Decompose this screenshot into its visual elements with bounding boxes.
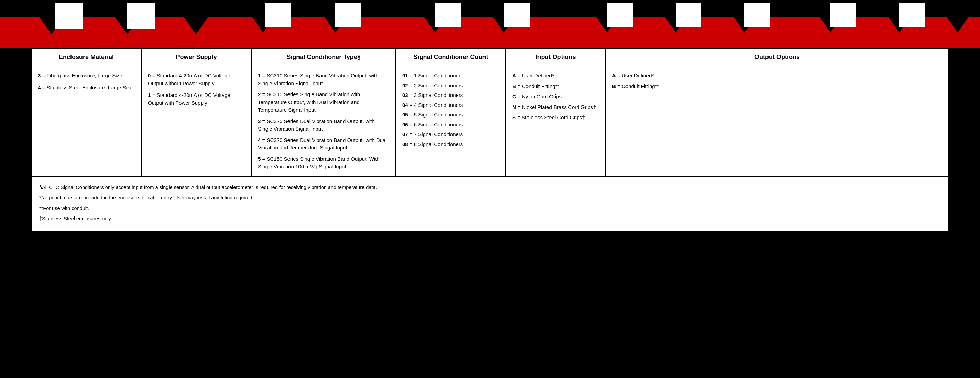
output-B: B = Conduit Fitting** (612, 83, 942, 91)
logo-rect-9 (745, 3, 770, 27)
cell-output: A = User Defined* B = Conduit Fitting** (606, 66, 948, 176)
logo-rect-5 (435, 3, 461, 27)
logo-rect-11 (899, 3, 925, 27)
logo-rect-7 (607, 3, 633, 27)
note-1: §All CTC Signal Conditioners only accept… (39, 183, 941, 192)
logo-rect-3 (265, 3, 291, 27)
logo-rect-4 (335, 3, 361, 27)
cell-power: 0 = Standard 4-20mA or DC Voltage Output… (142, 66, 252, 176)
power-item-0: 0 = Standard 4-20mA or DC Voltage Output… (148, 72, 245, 87)
signal-type-5: 5 = SC150 Series Single Vibration Band O… (258, 155, 389, 171)
triangle-13 (935, 0, 980, 33)
signal-type-1: 1 = SC310 Series Single Band Vibration O… (258, 72, 389, 87)
header-signal-type: Signal Conditioner Type§ (252, 49, 396, 66)
cell-signal-count: 01 = 1 Signal Conditioner 02 = 2 Signal … (396, 66, 506, 176)
count-08: 08 = 8 Signal Conditioners (402, 141, 499, 148)
enclosure-item-3: 3 = Fiberglass Enclosure, Large Size (38, 72, 135, 80)
signal-type-2: 2 = SC310 Series Single Band Vibration w… (258, 91, 389, 114)
enclosure-item-4: 4 = Stainless Steel Enclosure, Large Siz… (38, 84, 135, 92)
note-2: *No punch outs are provided in the enclo… (39, 194, 941, 202)
signal-type-4: 4 = SC320 Series Dual Vibration Band Out… (258, 137, 389, 152)
input-N: N = Nickel Plated Brass Cord Grips† (512, 103, 599, 111)
output-A: A = User Defined* (612, 72, 942, 80)
count-04: 04 = 4 Signal Conditioners (402, 102, 499, 109)
input-B: B = Conduit Fitting** (512, 83, 599, 91)
data-row: 3 = Fiberglass Enclosure, Large Size 4 =… (32, 66, 948, 177)
input-S: S = Stainless Steel Cord Grips† (512, 114, 599, 122)
header-power: Power Supply (142, 49, 252, 66)
input-C: C = Nylon Cord Grips (512, 93, 599, 101)
page-wrapper: Enclosure Material Power Supply Signal C… (0, 0, 980, 232)
cell-enclosure: 3 = Fiberglass Enclosure, Large Size 4 =… (32, 66, 142, 176)
input-A: A = User Defined* (512, 72, 599, 80)
logo-rect-1 (55, 3, 83, 29)
logo-rect-6 (504, 3, 530, 27)
header-output: Output Options (606, 49, 948, 66)
count-07: 07 = 7 Signal Conditioners (402, 130, 499, 138)
count-02: 02 = 2 Signal Conditioners (402, 82, 499, 90)
logo-rect-10 (830, 3, 856, 27)
signal-type-3: 3 = SC320 Series Dual Vibration Band Out… (258, 118, 389, 133)
header-signal-count: Signal Conditioner Count (396, 49, 506, 66)
main-table: Enclosure Material Power Supply Signal C… (31, 48, 949, 232)
header-enclosure: Enclosure Material (32, 49, 142, 66)
cell-signal-type: 1 = SC310 Series Single Band Vibration O… (252, 66, 396, 176)
column-headers-row: Enclosure Material Power Supply Signal C… (32, 49, 948, 66)
header-input: Input Options (506, 49, 606, 66)
count-06: 06 = 6 Signal Conditioners (402, 121, 499, 129)
count-01: 01 = 1 Signal Conditioner (402, 72, 499, 80)
count-03: 03 = 3 Signal Conditioners (402, 91, 499, 99)
triangle-3 (172, 0, 220, 34)
note-4: †Stainless Steel enclosures only (39, 214, 941, 223)
note-3: **For use with conduit. (39, 204, 941, 213)
logo-rect-8 (676, 3, 702, 27)
power-item-1: 1 = Standard 4-20mA or DC Voltage Output… (148, 91, 245, 107)
notes-section: §All CTC Signal Conditioners only accept… (32, 177, 948, 232)
logo-rect-2 (127, 3, 155, 29)
header-area (0, 0, 980, 48)
count-05: 05 = 5 Signal Conditioners (402, 111, 499, 119)
cell-input: A = User Defined* B = Conduit Fitting** … (506, 66, 606, 176)
